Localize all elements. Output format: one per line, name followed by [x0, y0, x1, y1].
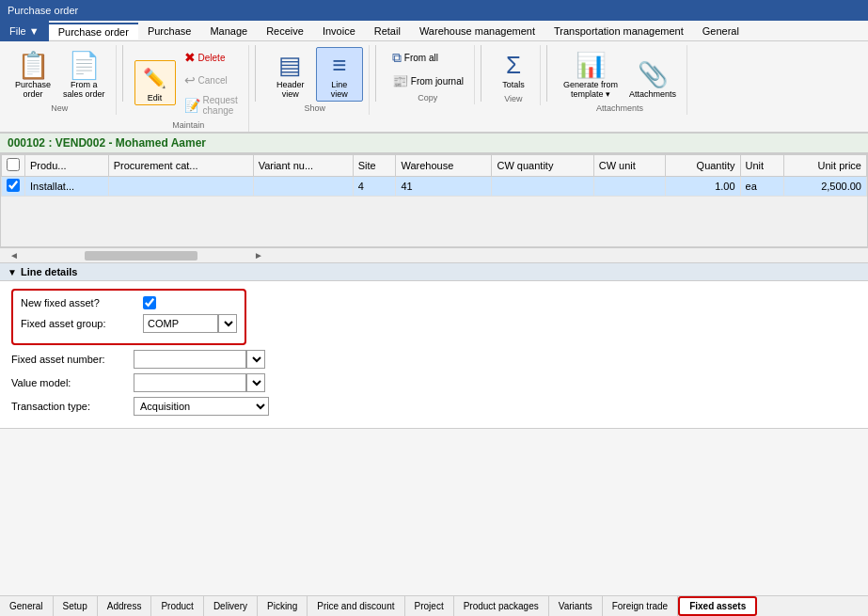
tab-product[interactable]: Product [151, 596, 203, 616]
fixed-asset-number-label: Fixed asset number: [11, 354, 134, 365]
totals-icon: Σ [498, 50, 529, 80]
col-site[interactable]: Site [353, 155, 396, 177]
value-model-input[interactable] [134, 373, 246, 392]
menu-warehouse[interactable]: Warehouse management [410, 24, 544, 39]
row-site: 4 [353, 177, 396, 197]
tab-project[interactable]: Project [405, 596, 454, 616]
line-details-header[interactable]: ▼ Line details [0, 262, 868, 281]
row-unit-price: 2,500.00 [784, 177, 867, 197]
header-view-button[interactable]: ▤ Headerview [267, 47, 314, 102]
separator-4 [481, 45, 481, 102]
row-checkbox[interactable] [7, 179, 20, 192]
attachments-button[interactable]: 📎 Attachments [624, 56, 681, 102]
menu-file[interactable]: File ▼ [0, 21, 49, 41]
purchase-order-icon: 📋 [18, 50, 48, 80]
col-product[interactable]: Produ... [25, 155, 109, 177]
generate-template-icon: 📊 [576, 50, 606, 80]
from-all-label: From all [404, 53, 438, 63]
cancel-button[interactable]: ↩ Cancel [180, 70, 243, 90]
scroll-left[interactable]: ◄ [0, 250, 28, 261]
data-table: Produ... Procurement cat... Variant nu..… [1, 154, 867, 197]
col-procurement-cat[interactable]: Procurement cat... [108, 155, 253, 177]
ribbon-group-view: Σ Totals View [487, 45, 541, 105]
fixed-asset-group-row: Fixed asset group: ▼ [21, 314, 237, 333]
separator-2 [255, 45, 256, 102]
copy-group-label: Copy [418, 93, 437, 103]
info-bar: 000102 : VEND002 - Mohamed Aamer [0, 134, 868, 153]
select-all-checkbox[interactable] [7, 158, 20, 171]
new-fixed-asset-label: New fixed asset? [21, 297, 143, 308]
menu-purchase[interactable]: Purchase [138, 24, 200, 39]
col-variant-num[interactable]: Variant nu... [253, 155, 353, 177]
purchase-order-label: Purchaseorder [15, 80, 51, 99]
col-unit[interactable]: Unit [740, 155, 784, 177]
tab-general[interactable]: General [0, 596, 54, 616]
transaction-type-select[interactable]: Acquisition [134, 397, 269, 416]
col-qty[interactable]: Quantity [666, 155, 740, 177]
col-checkbox[interactable] [2, 155, 25, 177]
tab-variants[interactable]: Variants [549, 596, 603, 616]
edit-button[interactable]: ✏️ Edit [134, 60, 176, 105]
request-change-label: Requestchange [203, 95, 238, 116]
fixed-asset-number-input[interactable] [134, 350, 246, 369]
horizontal-scrollbar[interactable]: ◄ ► [0, 247, 868, 262]
row-product: Installat... [25, 177, 109, 197]
value-model-select[interactable]: ▼ [246, 373, 265, 392]
transaction-type-label: Transaction type: [11, 401, 134, 412]
show-group-label: Show [305, 103, 326, 113]
request-change-button[interactable]: 📝 Requestchange [180, 92, 243, 118]
delete-label: Delete [198, 53, 226, 63]
header-view-label: Headerview [276, 80, 305, 99]
new-fixed-asset-checkbox[interactable] [143, 296, 156, 309]
fixed-asset-group-input[interactable] [143, 314, 218, 333]
menu-purchase-order[interactable]: Purchase order [49, 23, 138, 39]
menu-manage[interactable]: Manage [200, 24, 257, 39]
cancel-label: Cancel [198, 75, 228, 86]
ribbon-group-new: 📋 Purchaseorder 📄 From asales order New [4, 45, 117, 115]
menu-invoice[interactable]: Invoice [313, 24, 365, 39]
col-cw-qty[interactable]: CW quantity [492, 155, 593, 177]
separator-5 [546, 45, 547, 102]
line-details-section: ▼ Line details New fixed asset? Fixed as… [0, 262, 868, 429]
scroll-right[interactable]: ► [254, 250, 263, 261]
ribbon-group-maintain: ✏️ Edit ✖ Delete ↩ Cancel 📝 [129, 45, 249, 132]
totals-button[interactable]: Σ Totals [493, 47, 534, 92]
from-journal-button[interactable]: 📰 From journal [387, 71, 468, 91]
tab-fixed-assets[interactable]: Fixed assets [678, 596, 757, 616]
line-view-icon: ≡ [324, 50, 355, 80]
table-row[interactable]: Installat... 4 41 1.00 ea 2,500.00 [2, 177, 867, 197]
attachments-group-label: Attachments [596, 103, 643, 113]
line-view-label: Lineview [331, 80, 348, 99]
scroll-thumb[interactable] [85, 251, 197, 261]
tab-address[interactable]: Address [98, 596, 152, 616]
purchase-order-button[interactable]: 📋 Purchaseorder [9, 47, 56, 102]
from-all-button[interactable]: ⧉ From all [387, 47, 443, 69]
tab-picking[interactable]: Picking [258, 596, 308, 616]
col-warehouse[interactable]: Warehouse [396, 155, 492, 177]
delete-button[interactable]: ✖ Delete [180, 47, 243, 68]
row-checkbox-cell[interactable] [2, 177, 25, 197]
table-container[interactable]: Produ... Procurement cat... Variant nu..… [0, 153, 868, 247]
ribbon-group-show: ▤ Headerview ≡ Lineview Show [261, 45, 370, 115]
col-cw-unit[interactable]: CW unit [593, 155, 666, 177]
tab-setup[interactable]: Setup [54, 596, 98, 616]
tab-product-packages[interactable]: Product packages [454, 596, 549, 616]
ribbon-group-attachments: 📊 Generate fromtemplate ▾ 📎 Attachments … [553, 45, 687, 115]
from-sales-order-button[interactable]: 📄 From asales order [58, 47, 110, 102]
generate-template-button[interactable]: 📊 Generate fromtemplate ▾ [559, 47, 623, 102]
menu-transport[interactable]: Transportation management [544, 24, 693, 39]
row-cw-unit [593, 177, 666, 197]
from-journal-label: From journal [411, 76, 464, 87]
tab-price-discount[interactable]: Price and discount [308, 596, 404, 616]
tab-foreign-trade[interactable]: Foreign trade [603, 596, 678, 616]
menu-receive[interactable]: Receive [257, 24, 313, 39]
menu-general[interactable]: General [693, 24, 749, 39]
fixed-asset-group-select[interactable]: ▼ [218, 314, 237, 333]
fixed-asset-number-select[interactable]: ▼ [246, 350, 265, 369]
col-unit-price[interactable]: Unit price [784, 155, 867, 177]
title-bar: Purchase order [0, 0, 868, 21]
line-view-button[interactable]: ≡ Lineview [316, 47, 363, 102]
menu-retail[interactable]: Retail [365, 24, 410, 39]
row-variant-num [253, 177, 353, 197]
tab-delivery[interactable]: Delivery [204, 596, 258, 616]
